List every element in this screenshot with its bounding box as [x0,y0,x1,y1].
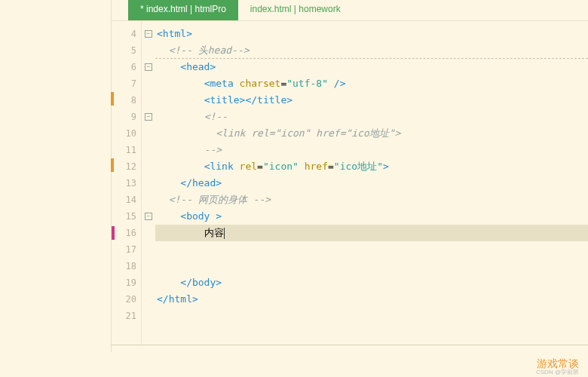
line-number: 21 [112,308,141,324]
fold-column: −−−− [142,21,155,345]
line-number: 7 [112,75,141,92]
code-area[interactable]: <html> <!-- 头head--> <head> <meta charse… [155,21,588,345]
editor-container: * index.html | htmlPro index.html | home… [0,0,588,352]
text-cursor [224,228,225,239]
fold-toggle-icon[interactable]: − [145,63,152,71]
tab-bar: * index.html | htmlPro index.html | home… [112,0,588,21]
line-number: 4 [112,26,141,42]
line-gutter: 456789101112131415161718192021 [112,21,142,345]
line-number: 14 [112,192,141,208]
watermark-sub: CSDN @学前班 [536,368,579,376]
line-number: 10 [112,125,141,142]
bookmark-icon [111,158,114,172]
tab-active[interactable]: * index.html | htmlPro [128,0,238,20]
fold-toggle-icon[interactable]: − [145,213,152,220]
line-number: 12 [112,158,141,175]
bookmark-icon [111,92,114,106]
sidebar [0,0,112,352]
line-number: 20 [112,291,141,308]
tab-inactive[interactable]: index.html | homework [238,0,353,20]
bottom-border [112,345,588,352]
line-number: 18 [112,258,141,274]
line-number: 16 [112,225,141,241]
code-editor[interactable]: 456789101112131415161718192021 −−−− <htm… [112,21,588,345]
line-number: 8 [112,92,141,109]
line-number: 15 [112,208,141,225]
fold-toggle-icon[interactable]: − [145,113,152,121]
fold-toggle-icon[interactable]: − [145,30,152,38]
active-line[interactable]: 内容 [155,225,588,241]
line-number: 13 [112,175,141,192]
line-number: 19 [112,274,141,291]
line-number: 9 [112,109,141,125]
line-number: 11 [112,142,141,158]
line-number: 17 [112,241,141,258]
line-number: 6 [112,59,141,75]
line-number: 5 [112,42,141,59]
main-area: * index.html | htmlPro index.html | home… [112,0,588,352]
